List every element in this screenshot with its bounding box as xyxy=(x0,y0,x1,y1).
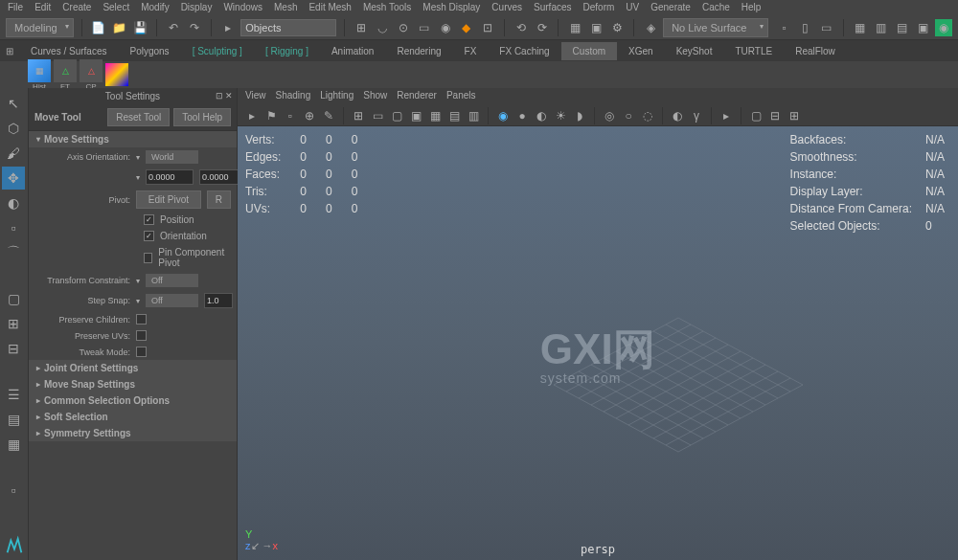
new-scene-icon[interactable]: 📄 xyxy=(90,19,107,36)
transform-constraint-value[interactable]: Off xyxy=(146,274,198,287)
menu-curves[interactable]: Curves xyxy=(491,2,522,13)
vp-grease-icon[interactable]: ✎ xyxy=(320,107,337,124)
render-icon[interactable]: ▦ xyxy=(566,19,583,36)
vp-safe-action-icon[interactable]: ▤ xyxy=(445,107,463,124)
paint-select-tool-icon[interactable]: 🖌 xyxy=(2,142,25,165)
viewport-3d[interactable]: Verts:000 Edges:000 Faces:000 Tris:000 U… xyxy=(238,126,958,560)
shelf-hist-icon[interactable]: ▦ xyxy=(28,59,51,82)
history-off-icon[interactable]: ⟳ xyxy=(534,19,551,36)
shelf-ft-icon[interactable]: △ xyxy=(54,59,77,82)
reset-tool-button[interactable]: Reset Tool xyxy=(107,108,170,126)
render-settings-icon[interactable]: ⚙ xyxy=(608,19,626,36)
vp-bookmark-icon[interactable]: ⚑ xyxy=(262,107,280,124)
select-mode-input[interactable] xyxy=(240,19,336,36)
vp-menu-lighting[interactable]: Lighting xyxy=(320,90,354,103)
vp-resolution-gate-icon[interactable]: ▢ xyxy=(388,107,405,124)
reset-pivot-button[interactable]: R xyxy=(207,190,231,209)
menu-uv[interactable]: UV xyxy=(626,2,639,13)
maya-logo-icon[interactable] xyxy=(0,531,29,560)
shelf-custom-icon[interactable] xyxy=(105,63,128,86)
snap-point-icon[interactable]: ⊙ xyxy=(395,19,412,36)
snap-toggle-icon[interactable]: ⊡ xyxy=(479,19,496,36)
menu-display[interactable]: Display xyxy=(181,2,213,13)
position-checkbox[interactable] xyxy=(144,214,154,225)
section-move-settings[interactable]: Move Settings xyxy=(29,131,237,147)
select-tool-icon[interactable]: ↖ xyxy=(2,92,25,115)
toggle-modeling-icon[interactable]: ◉ xyxy=(935,19,952,36)
vp-2d-pan-icon[interactable]: ⊕ xyxy=(301,107,318,124)
menu-edit[interactable]: Edit xyxy=(34,2,51,13)
tab-fxcaching[interactable]: FX Caching xyxy=(488,42,560,60)
menu-meshdisplay[interactable]: Mesh Display xyxy=(422,2,480,13)
shelf-cp-icon[interactable]: △ xyxy=(80,59,103,82)
move-tool-icon[interactable]: ✥ xyxy=(2,167,25,190)
select-mode-icon[interactable]: ▸ xyxy=(219,19,237,36)
tweak-mode-checkbox[interactable] xyxy=(136,347,147,357)
snap-plane-icon[interactable]: ▭ xyxy=(416,19,433,36)
outliner-icon[interactable]: ☰ xyxy=(2,383,25,406)
vp-select-camera-icon[interactable]: ▸ xyxy=(243,107,261,124)
tab-animation[interactable]: Animation xyxy=(320,42,385,60)
edit-pivot-button[interactable]: Edit Pivot xyxy=(136,190,201,209)
vp-menu-renderer[interactable]: Renderer xyxy=(397,90,437,103)
rotate-tool-icon[interactable]: ◐ xyxy=(2,191,25,214)
vp-menu-view[interactable]: View xyxy=(245,90,266,103)
snap-live-icon[interactable]: ◉ xyxy=(437,19,454,36)
vp-menu-show[interactable]: Show xyxy=(363,90,387,103)
vp-textured-icon[interactable]: ◐ xyxy=(533,107,550,124)
step-snap-value[interactable]: Off xyxy=(146,294,198,307)
vp-film-gate-icon[interactable]: ▭ xyxy=(369,107,386,124)
history-icon[interactable]: ⟲ xyxy=(513,19,530,36)
tab-fx[interactable]: FX xyxy=(453,42,489,60)
scale-tool-icon[interactable]: ▫ xyxy=(2,216,25,239)
settings-icon[interactable]: ▫ xyxy=(2,479,25,502)
section-common-selection[interactable]: Common Selection Options xyxy=(29,392,237,409)
live-surface-icon[interactable]: ◈ xyxy=(642,19,659,36)
vp-shaded-icon[interactable]: ● xyxy=(513,107,531,124)
orientation-checkbox[interactable] xyxy=(144,231,154,241)
layout-single-icon[interactable]: ▢ xyxy=(2,287,25,310)
vp-panel-2-icon[interactable]: ⊟ xyxy=(766,107,784,124)
menu-help[interactable]: Help xyxy=(741,2,762,13)
menu-mesh[interactable]: Mesh xyxy=(274,2,297,13)
section-soft-selection[interactable]: Soft Selection xyxy=(29,409,237,425)
save-scene-icon[interactable]: 💾 xyxy=(131,19,148,36)
vp-wireframe-icon[interactable]: ◉ xyxy=(494,107,512,124)
tab-polygons[interactable]: Polygons xyxy=(118,42,180,60)
pin-component-checkbox[interactable] xyxy=(144,253,152,263)
tab-curves[interactable]: Curves / Surfaces xyxy=(19,42,118,60)
section-symmetry[interactable]: Symmetry Settings xyxy=(29,425,237,441)
vp-menu-shading[interactable]: Shading xyxy=(276,90,311,103)
tab-sculpting[interactable]: Sculpting xyxy=(181,42,254,60)
toggle-attr-icon[interactable]: ▤ xyxy=(893,19,910,36)
tab-rendering[interactable]: Rendering xyxy=(385,42,452,60)
snap-grid-icon[interactable]: ⊞ xyxy=(353,19,370,36)
tab-xgen[interactable]: XGen xyxy=(617,42,665,60)
graph-icon[interactable]: ▤ xyxy=(2,408,25,431)
menu-deform[interactable]: Deform xyxy=(583,2,615,13)
snap-curve-icon[interactable]: ◡ xyxy=(374,19,391,36)
vp-view-transform-icon[interactable]: ▸ xyxy=(718,107,735,124)
tab-realflow[interactable]: RealFlow xyxy=(784,42,847,60)
tab-custom[interactable]: Custom xyxy=(561,42,617,60)
tab-rigging[interactable]: Rigging xyxy=(254,42,320,60)
vp-image-plane-icon[interactable]: ▫ xyxy=(282,107,299,124)
vp-menu-panels[interactable]: Panels xyxy=(446,90,476,103)
panel-layout-2-icon[interactable]: ▯ xyxy=(797,19,814,36)
menu-file[interactable]: File xyxy=(8,2,23,13)
last-tool-icon[interactable]: ⌒ xyxy=(2,241,25,264)
preserve-children-checkbox[interactable] xyxy=(136,314,147,325)
menu-modify[interactable]: Modify xyxy=(141,2,169,13)
tab-turtle[interactable]: TURTLE xyxy=(723,42,784,60)
section-move-snap[interactable]: Move Snap Settings xyxy=(29,376,237,392)
menu-editmesh[interactable]: Edit Mesh xyxy=(308,2,351,13)
toggle-channel-icon[interactable]: ▦ xyxy=(852,19,869,36)
menu-generate[interactable]: Generate xyxy=(650,2,691,13)
panel-dock-icon[interactable]: ⊡ xyxy=(216,91,223,101)
vp-xray-joints-icon[interactable]: ◌ xyxy=(639,107,656,124)
vp-gamma-icon[interactable]: γ xyxy=(688,107,705,124)
menu-cache[interactable]: Cache xyxy=(702,2,730,13)
workspace-dropdown[interactable]: Modeling xyxy=(6,18,74,37)
undo-icon[interactable]: ↶ xyxy=(165,19,182,36)
ipr-icon[interactable]: ▣ xyxy=(587,19,604,36)
